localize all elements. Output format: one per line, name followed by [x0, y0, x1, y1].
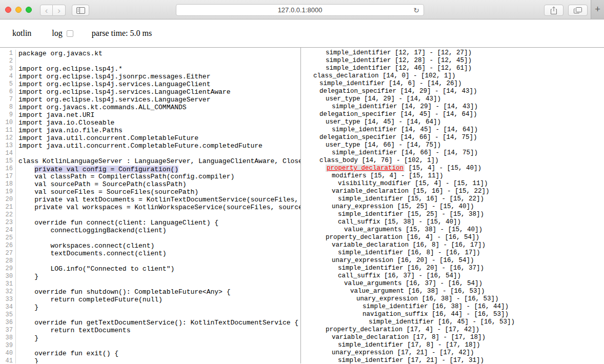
tree-node[interactable]: unary_expression [16, 20] - [16, 54]): [301, 257, 604, 265]
tree-node[interactable]: simple_identifier [14, 45] - [14, 64]): [301, 126, 604, 134]
tree-node[interactable]: simple_identifier [15, 25] - [15, 38]): [301, 211, 604, 218]
tree-node[interactable]: user_type [14, 45] - [14, 64]): [301, 118, 604, 126]
node-name[interactable]: navigation_suffix: [363, 311, 428, 318]
node-name[interactable]: delegation_specifier: [319, 134, 396, 141]
tree-node[interactable]: simple_identifier [16, 20] - [16, 37]): [301, 265, 604, 272]
new-tab-button[interactable]: +: [591, 0, 604, 19]
node-name[interactable]: simple_identifier: [332, 149, 397, 156]
node-name[interactable]: simple_identifier: [326, 57, 391, 64]
code-line[interactable]: 35: [0, 311, 300, 319]
node-name[interactable]: value_argument: [350, 288, 404, 295]
code-line[interactable]: 39: [0, 342, 300, 350]
tree-node[interactable]: class_body [14, 76] - [102, 1]): [301, 157, 604, 165]
tree-node[interactable]: property_declaration [15, 4] - [15, 40]): [301, 165, 604, 172]
code-line[interactable]: 8import org.javacs.kt.commands.ALL_COMMA…: [0, 104, 300, 111]
code-line[interactable]: 33 return completedFuture(null): [0, 296, 300, 304]
tree-node[interactable]: user_type [14, 29] - [14, 43]): [301, 95, 604, 103]
code-editor[interactable]: 1package org.javacs.kt23import org.eclip…: [0, 48, 301, 363]
node-name[interactable]: simple_identifier: [338, 249, 404, 256]
node-name[interactable]: simple_identifier: [338, 357, 404, 363]
tree-node[interactable]: unary_expression [15, 25] - [15, 40]): [301, 203, 604, 211]
code-line[interactable]: 37 return textDocuments: [0, 327, 300, 334]
tree-node[interactable]: simple_identifier [16, 38] - [16, 44]): [301, 303, 604, 311]
tree-node[interactable]: value_argument [16, 38] - [16, 53]): [301, 288, 604, 295]
tree-node[interactable]: value_arguments [15, 38] - [15, 40]): [301, 226, 604, 234]
code-line[interactable]: 22: [0, 211, 300, 219]
node-name[interactable]: unary_expression: [332, 349, 393, 356]
tree-node[interactable]: variable_declaration [17, 8] - [17, 18]): [301, 334, 604, 341]
code-line[interactable]: 17 val classPath = CompilerClassPath(con…: [0, 173, 300, 180]
minimize-window-button[interactable]: [15, 7, 22, 13]
code-line[interactable]: 19 val sourceFiles = SourceFiles(sourceP…: [0, 188, 300, 196]
code-line[interactable]: 36 override fun getTextDocumentService()…: [0, 319, 300, 327]
code-line[interactable]: 40 override fun exit() {: [0, 350, 300, 357]
sidebar-toggle-button[interactable]: [72, 5, 89, 16]
node-name[interactable]: property_declaration: [326, 326, 402, 333]
tree-node[interactable]: simple_identifier [12, 28] - [12, 45]): [301, 57, 604, 65]
node-name[interactable]: property_declaration: [326, 234, 402, 241]
show-all-tabs-button[interactable]: [568, 5, 588, 16]
node-name[interactable]: value_arguments: [344, 226, 402, 233]
node-name[interactable]: class_declaration: [313, 72, 379, 79]
code-line[interactable]: 4import org.eclipse.lsp4j.jsonrpc.messag…: [0, 73, 300, 80]
node-name-highlighted[interactable]: property_declaration: [326, 165, 405, 172]
tree-node[interactable]: unary_expression [17, 21] - [17, 42]): [301, 349, 604, 357]
code-line[interactable]: 21 private val workspaces = KotlinWorksp…: [0, 204, 300, 211]
back-button[interactable]: ‹: [40, 5, 53, 16]
code-line[interactable]: 41 }: [0, 357, 300, 363]
code-line[interactable]: 29 LOG.info("Connected to client"): [0, 265, 300, 273]
code-line[interactable]: 3import org.eclipse.lsp4j.*: [0, 65, 300, 73]
tree-node[interactable]: simple_identifier [15, 16] - [15, 22]): [301, 195, 604, 203]
code-line[interactable]: 25: [0, 234, 300, 242]
zoom-window-button[interactable]: [26, 7, 32, 13]
node-name[interactable]: simple_identifier: [332, 126, 397, 133]
tree-node[interactable]: simple_identifier [17, 8] - [17, 18]): [301, 341, 604, 349]
code-line[interactable]: 9import java.net.URI: [0, 111, 300, 119]
code-line[interactable]: 13import java.util.concurrent.Completabl…: [0, 142, 300, 150]
node-name[interactable]: simple_identifier: [332, 103, 397, 110]
node-name[interactable]: delegation_specifier: [319, 88, 396, 95]
share-button[interactable]: [544, 5, 563, 16]
tree-node[interactable]: simple_identifier [12, 17] - [12, 27]): [301, 49, 604, 57]
tree-node[interactable]: simple_identifier [17, 21] - [17, 31]): [301, 357, 604, 363]
tree-node[interactable]: value_arguments [16, 37] - [16, 54]): [301, 280, 604, 288]
code-line[interactable]: 31: [0, 280, 300, 288]
tree-node[interactable]: delegation_specifier [14, 66] - [14, 75]…: [301, 134, 604, 141]
code-line[interactable]: 7import org.eclipse.lsp4j.services.Langu…: [0, 96, 300, 104]
node-name[interactable]: unary_expression: [332, 257, 393, 264]
node-name[interactable]: variable_declaration: [332, 241, 409, 249]
code-line[interactable]: 23 override fun connect(client: Language…: [0, 219, 300, 227]
node-name[interactable]: simple_identifier: [338, 211, 404, 218]
parse-tree[interactable]: simple_identifier [12, 17] - [12, 27])si…: [301, 48, 604, 363]
node-name[interactable]: user_type: [326, 95, 360, 103]
forward-button[interactable]: ›: [53, 5, 66, 16]
tree-node[interactable]: simple_identifier [14, 6] - [14, 26]): [301, 80, 604, 88]
node-name[interactable]: variable_declaration: [332, 334, 409, 341]
tree-node[interactable]: property_declaration [17, 4] - [17, 42]): [301, 326, 604, 334]
node-name[interactable]: simple_identifier: [338, 341, 404, 349]
node-name[interactable]: simple_identifier: [338, 265, 404, 272]
tree-node[interactable]: class_declaration [14, 0] - [102, 1]): [301, 72, 604, 80]
node-name[interactable]: visibility_modifier: [338, 180, 411, 187]
node-name[interactable]: unary_expression: [332, 203, 393, 210]
code-line[interactable]: 32 override fun shutdown(): CompletableF…: [0, 288, 300, 296]
code-line[interactable]: 16 private val config = Configuration(): [0, 165, 300, 173]
tree-node[interactable]: simple_identifier [12, 46] - [12, 61]): [301, 65, 604, 72]
tree-node[interactable]: call_suffix [15, 38] - [15, 40]): [301, 218, 604, 226]
code-line[interactable]: 15class KotlinLanguageServer : LanguageS…: [0, 157, 300, 165]
code-line[interactable]: 24 connectLoggingBackend(client): [0, 227, 300, 234]
code-line[interactable]: 28: [0, 257, 300, 265]
node-name[interactable]: class_body: [319, 157, 358, 164]
tree-node[interactable]: variable_declaration [15, 16] - [15, 22]…: [301, 188, 604, 195]
tree-node[interactable]: unary_expression [16, 38] - [16, 53]): [301, 295, 604, 303]
address-bar[interactable]: 127.0.0.1:8000 ↻: [176, 4, 424, 16]
node-name[interactable]: simple_identifier: [326, 65, 391, 72]
node-name[interactable]: simple_identifier: [363, 303, 428, 310]
code-line[interactable]: 6import org.eclipse.lsp4j.services.Langu…: [0, 88, 300, 96]
node-name[interactable]: value_arguments: [344, 280, 402, 287]
node-name[interactable]: modifiers: [332, 172, 367, 179]
node-name[interactable]: user_type: [326, 118, 360, 126]
code-line[interactable]: 27 textDocuments.connect(client): [0, 250, 300, 257]
node-name[interactable]: simple_identifier: [369, 318, 434, 326]
node-name[interactable]: call_suffix: [338, 272, 380, 279]
